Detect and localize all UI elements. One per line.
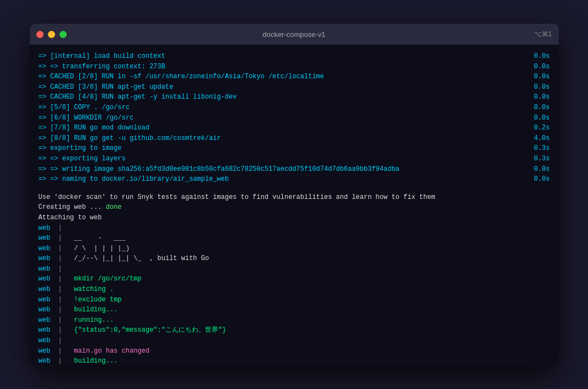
line-text: => => exporting layers [39,154,523,164]
line-text: Creating web ... done [39,202,550,213]
window-title: docker-compose-v1 [262,30,325,39]
line-text: web | building... [39,305,550,315]
web-log-line: web | / \ | | | |_) [39,244,550,254]
maximize-button[interactable] [60,31,67,38]
line-text: web | mkdir /go/src/tmp [39,274,550,284]
line-time: 0.0s [534,82,550,93]
web-log-line: web | main.go has changed [39,346,550,356]
web-log-line: web | /_/--\ |_| |_| \_ , built with Go [39,253,550,264]
line-time: 0.0s [534,92,550,102]
line-time: 0.0s [534,102,550,113]
window-shortcut: ⌥⌘1 [534,30,552,38]
title-bar: docker-compose-v1 ⌥⌘1 [30,24,559,45]
log-line: => => transferring context: 273B 0.0s [39,62,550,72]
line-time: 4.0s [534,133,550,144]
line-text: web | /_/--\ |_| |_| \_ , built with Go [39,253,550,264]
log-line: => exporting to image 0.3s [39,143,550,154]
line-text: => [internal] load build context [39,51,523,62]
line-text: web | main.go has changed [39,346,550,356]
line-text: web | !exclude tmp [39,295,550,305]
line-time: 0.0s [534,62,550,72]
empty-line [39,185,550,192]
log-line: => CACHED [3/8] RUN apt-get update 0.0s [39,82,550,93]
web-log-line: web | __ - ___ [39,233,550,244]
line-text: web | {"status":0,"message":"こんにちわ、世界"} [39,325,550,336]
close-button[interactable] [36,31,44,38]
line-text: web | / \ | | | |_) [39,244,550,254]
line-text: web | watching . [39,284,550,295]
web-log-line: web | building... [39,305,550,315]
log-line: Use 'docker scan' to run Snyk tests agai… [39,192,550,203]
log-line: => [6/8] WORKDIR /go/src 0.0s [39,113,550,123]
log-line: => CACHED [4/8] RUN apt-get -y install l… [39,92,550,102]
terminal-window: docker-compose-v1 ⌥⌘1 => [internal] load… [30,24,559,365]
line-text: => CACHED [4/8] RUN apt-get -y install l… [39,92,523,102]
web-log-line: web | !exclude tmp [39,295,550,305]
line-text: => => naming to docker.io/library/air_sa… [39,174,523,185]
web-log-line: web | building... [39,356,550,365]
log-line: Creating web ... done [39,202,550,213]
line-text: => CACHED [3/8] RUN apt-get update [39,82,523,93]
line-text: web | building... [39,356,550,365]
line-text: web | [39,264,550,274]
log-line: => [7/8] RUN go mod download 0.2s [39,123,550,133]
log-line: => => writing image sha256:a5fd3d8ee981c… [39,164,550,175]
line-text: web | running... [39,315,550,326]
line-text: Attaching to web [39,213,550,223]
terminal-body[interactable]: => [internal] load build context 0.0s =>… [30,45,559,365]
line-time: 0.0s [534,51,550,62]
log-line: Attaching to web [39,213,550,223]
web-log-line: web | [39,264,550,274]
log-line: => [internal] load build context 0.0s [39,51,550,62]
line-time: 0.3s [534,143,550,154]
traffic-lights [36,31,67,38]
line-time: 0.0s [534,164,550,175]
line-text: => [7/8] RUN go mod download [39,123,523,133]
line-text: => => writing image sha256:a5fd3d8ee981c… [39,164,523,175]
log-line: => => exporting layers 0.3s [39,154,550,164]
line-time: 0.2s [534,123,550,133]
log-line: => [5/8] COPY . /go/src 0.0s [39,102,550,113]
line-time: 0.0s [534,174,550,185]
web-log-line: web | running... [39,315,550,326]
line-text: web | [39,223,550,234]
web-log-line: web | {"status":0,"message":"こんにちわ、世界"} [39,325,550,336]
web-log-line: web | watching . [39,284,550,295]
web-log-line: web | mkdir /go/src/tmp [39,274,550,284]
line-text: => [6/8] WORKDIR /go/src [39,113,523,123]
minimize-button[interactable] [48,31,55,38]
web-log-line: web | [39,336,550,346]
line-time: 0.0s [534,72,550,82]
line-text: => [5/8] COPY . /go/src [39,102,523,113]
line-text: => => transferring context: 273B [39,62,523,72]
line-text: Use 'docker scan' to run Snyk tests agai… [39,192,550,203]
line-text: web | [39,336,550,346]
line-text: => [8/8] RUN go get -u github.com/cosmtr… [39,133,523,144]
line-text: => exporting to image [39,143,523,154]
line-text: web | __ - ___ [39,233,550,244]
log-line: => CACHED [2/8] RUN ln -sf /usr/share/zo… [39,72,550,82]
line-time: 0.3s [534,154,550,164]
line-time: 0.0s [534,113,550,123]
log-line: => => naming to docker.io/library/air_sa… [39,174,550,185]
line-text: => CACHED [2/8] RUN ln -sf /usr/share/zo… [39,72,523,82]
done-text: done [106,203,122,211]
web-log-line: web | [39,223,550,234]
log-line: => [8/8] RUN go get -u github.com/cosmtr… [39,133,550,144]
